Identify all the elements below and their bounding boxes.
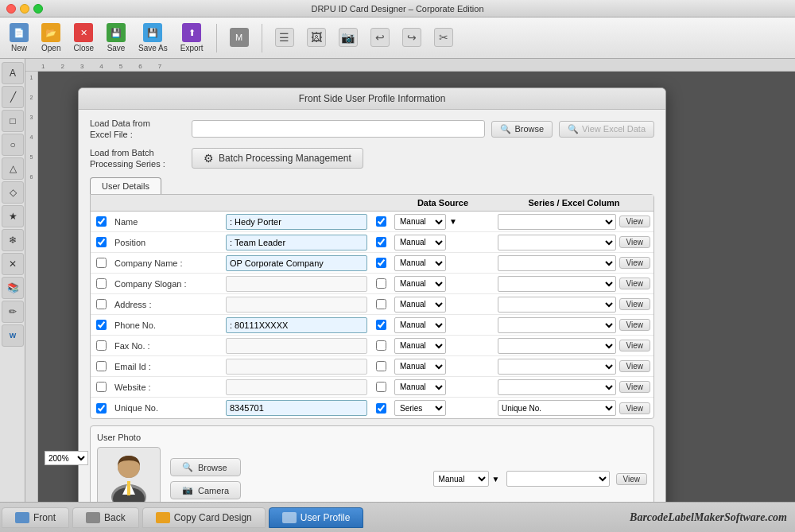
- position-source-select[interactable]: Manual: [394, 235, 446, 250]
- tool-cross[interactable]: ✕: [2, 253, 24, 275]
- position-checkbox[interactable]: [96, 237, 107, 247]
- address-view-button[interactable]: View: [619, 298, 651, 310]
- name-input[interactable]: [226, 214, 367, 230]
- photo-series-select[interactable]: [506, 471, 610, 487]
- fax-series-select[interactable]: [498, 338, 616, 354]
- position-input[interactable]: [226, 235, 367, 250]
- phone-input[interactable]: [226, 317, 367, 333]
- tab-user-details[interactable]: User Details: [90, 177, 161, 194]
- batch-processing-button[interactable]: ⚙ Batch Processing Management: [192, 148, 363, 169]
- phone-series-select[interactable]: [498, 317, 616, 333]
- email-source-select[interactable]: Manual: [394, 359, 446, 375]
- phone-source-select[interactable]: Manual: [394, 317, 446, 333]
- position-series-select[interactable]: [498, 235, 616, 250]
- name-checkbox2[interactable]: [376, 216, 386, 227]
- toolbar-icon2[interactable]: 🖼: [304, 26, 329, 50]
- company-name-series-select[interactable]: [498, 255, 616, 271]
- close-button[interactable]: ✕ Close: [70, 21, 97, 54]
- new-button[interactable]: 📄 New: [6, 21, 32, 54]
- name-checkbox[interactable]: [96, 216, 107, 227]
- unique-checkbox2[interactable]: [376, 403, 386, 414]
- website-input[interactable]: [226, 379, 367, 395]
- unique-view-button[interactable]: View: [619, 402, 651, 414]
- browse-excel-button[interactable]: 🔍 Browse: [491, 121, 553, 138]
- address-checkbox[interactable]: [96, 299, 107, 309]
- phone-checkbox2[interactable]: [376, 320, 386, 330]
- toolbar-extra-button[interactable]: M: [227, 26, 252, 50]
- tool-text[interactable]: A: [2, 62, 24, 84]
- position-checkbox2[interactable]: [376, 237, 386, 247]
- unique-checkbox[interactable]: [96, 403, 107, 414]
- website-checkbox2[interactable]: [376, 382, 386, 392]
- photo-view-button[interactable]: View: [616, 473, 648, 485]
- company-name-source-select[interactable]: Manual: [394, 255, 446, 271]
- toolbar-icon3[interactable]: 📷: [335, 26, 361, 50]
- slogan-series-select[interactable]: [498, 276, 616, 292]
- tool-star[interactable]: ★: [2, 205, 24, 227]
- export-button[interactable]: ⬆ Export: [177, 21, 207, 54]
- slogan-source-select[interactable]: Manual: [394, 276, 446, 292]
- save-button[interactable]: 💾 Save: [103, 21, 129, 54]
- photo-source-select[interactable]: Manual: [433, 471, 489, 487]
- fax-view-button[interactable]: View: [619, 340, 651, 351]
- name-source-select[interactable]: Manual: [394, 214, 446, 230]
- tool-word[interactable]: W: [2, 324, 24, 347]
- tool-snowflake[interactable]: ❄: [2, 229, 24, 251]
- toolbar-icon1[interactable]: ☰: [272, 26, 297, 50]
- excel-file-input[interactable]: [192, 120, 485, 138]
- maximize-window-button[interactable]: [33, 4, 43, 14]
- position-view-button[interactable]: View: [619, 236, 651, 248]
- view-excel-button[interactable]: 🔍 View Excel Data: [559, 121, 654, 138]
- tool-line[interactable]: ╱: [2, 86, 24, 108]
- company-name-view-button[interactable]: View: [619, 257, 651, 269]
- minimize-window-button[interactable]: [20, 4, 29, 14]
- name-series-select[interactable]: [498, 214, 616, 230]
- fax-source-select[interactable]: Manual: [394, 338, 446, 354]
- address-input[interactable]: [226, 297, 367, 313]
- email-series-select[interactable]: [498, 359, 616, 375]
- tool-circle[interactable]: ○: [2, 134, 24, 156]
- open-button[interactable]: 📂 Open: [38, 21, 64, 54]
- slogan-input[interactable]: [226, 276, 367, 292]
- tab-back[interactable]: Back: [72, 507, 139, 528]
- address-series-select[interactable]: [498, 297, 616, 313]
- tab-copy-card-design[interactable]: Copy Card Design: [142, 507, 266, 528]
- fax-checkbox2[interactable]: [376, 340, 386, 351]
- company-name-input[interactable]: [226, 255, 367, 271]
- save-as-button[interactable]: 💾 Save As: [135, 21, 171, 54]
- website-source-select[interactable]: Manual: [394, 379, 446, 395]
- unique-series-select[interactable]: Unique No.: [498, 400, 616, 416]
- company-name-checkbox2[interactable]: [376, 258, 386, 268]
- website-series-select[interactable]: [498, 379, 616, 395]
- tool-triangle[interactable]: △: [2, 157, 24, 180]
- toolbar-undo-button[interactable]: ↩: [367, 26, 393, 50]
- tool-diamond[interactable]: ◇: [2, 181, 24, 204]
- email-checkbox2[interactable]: [376, 361, 386, 371]
- tab-front[interactable]: Front: [2, 507, 69, 528]
- photo-browse-button[interactable]: 🔍 Browse: [170, 458, 241, 476]
- zoom-select[interactable]: 200% 100% 150%: [45, 451, 88, 465]
- slogan-view-button[interactable]: View: [619, 278, 651, 289]
- email-checkbox[interactable]: [96, 361, 107, 371]
- email-input[interactable]: [226, 359, 367, 375]
- phone-checkbox[interactable]: [96, 320, 107, 330]
- tool-book[interactable]: 📚: [2, 277, 24, 299]
- company-name-checkbox[interactable]: [96, 258, 107, 268]
- tool-rect[interactable]: □: [2, 110, 24, 132]
- slogan-checkbox2[interactable]: [376, 278, 386, 289]
- tool-pencil[interactable]: ✏: [2, 301, 24, 323]
- unique-input[interactable]: [226, 400, 367, 416]
- website-checkbox[interactable]: [96, 382, 107, 392]
- phone-view-button[interactable]: View: [619, 319, 651, 331]
- tab-user-profile[interactable]: User Profile: [269, 507, 364, 528]
- fax-input[interactable]: [226, 338, 367, 354]
- website-view-button[interactable]: View: [619, 381, 651, 393]
- name-view-button[interactable]: View: [619, 216, 651, 227]
- fax-checkbox[interactable]: [96, 340, 107, 351]
- toolbar-redo-button[interactable]: ↪: [399, 26, 425, 50]
- toolbar-cut-button[interactable]: ✂: [431, 26, 456, 50]
- photo-camera-button[interactable]: 📷 Camera: [170, 481, 241, 499]
- close-window-button[interactable]: [6, 4, 16, 14]
- address-source-select[interactable]: Manual: [394, 297, 446, 313]
- email-view-button[interactable]: View: [619, 360, 651, 372]
